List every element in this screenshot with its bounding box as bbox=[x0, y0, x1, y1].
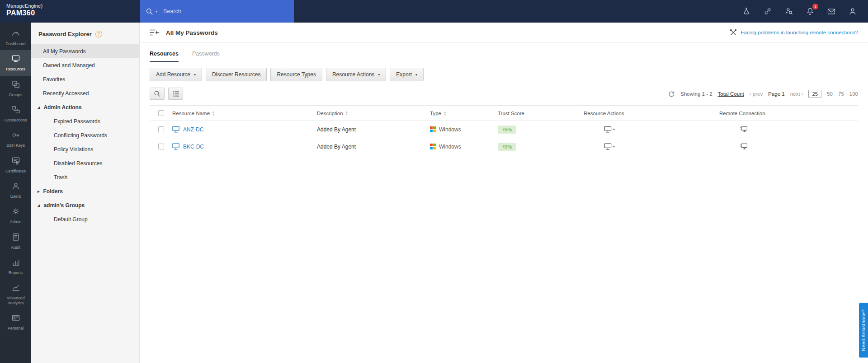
sidebar-item-label: Connections bbox=[4, 118, 27, 122]
table-row: ANZ-DC Added By Agent Windows 75% bbox=[150, 121, 858, 138]
global-search[interactable] bbox=[140, 0, 294, 23]
tab-passwords[interactable]: Passwords bbox=[192, 51, 220, 62]
sidebar-item-groups[interactable]: Groups bbox=[0, 76, 31, 101]
remote-connection-launcher[interactable] bbox=[719, 126, 858, 133]
windows-logo-icon bbox=[430, 126, 436, 132]
search-input[interactable] bbox=[163, 8, 288, 14]
page-size-25[interactable]: 25 bbox=[808, 90, 821, 98]
sidebar-item-advanced-analytics[interactable]: Advanced Analytics bbox=[0, 279, 31, 309]
topbar: ManageEngine) PAM360 1 bbox=[0, 0, 868, 23]
sidebar-item-label: Certificates bbox=[5, 169, 26, 173]
column-description: Description bbox=[317, 111, 430, 116]
explorer-item-recently-accessed[interactable]: Recently Accessed bbox=[31, 86, 139, 100]
explorer-item-favorites[interactable]: Favorites bbox=[31, 72, 139, 86]
sort-icon[interactable] bbox=[443, 111, 446, 116]
refresh-icon[interactable] bbox=[668, 90, 675, 97]
sidebar-item-label: Dashboard bbox=[5, 42, 25, 46]
profile-icon[interactable] bbox=[848, 7, 857, 16]
sidebar-item-admin[interactable]: Admin bbox=[0, 203, 31, 228]
remote-connection-icon bbox=[740, 126, 748, 133]
explorer-item-expired-passwords[interactable]: Expired Passwords bbox=[31, 114, 139, 128]
row-checkbox[interactable] bbox=[158, 126, 164, 132]
sidebar-item-label: Resources bbox=[6, 67, 25, 71]
notification-badge: 1 bbox=[812, 4, 818, 9]
explorer-item-conflicting-passwords[interactable]: Conflicting Passwords bbox=[31, 128, 139, 142]
resource-actions-menu[interactable] bbox=[584, 126, 719, 133]
resource-name-cell: BKC-DC bbox=[172, 143, 317, 150]
whats-new-icon[interactable] bbox=[742, 7, 751, 16]
connections-icon bbox=[11, 105, 20, 116]
explorer-section-folders[interactable]: Folders bbox=[31, 184, 139, 198]
sidebar-item-resources[interactable]: Resources bbox=[0, 50, 31, 75]
prev-page-button[interactable]: ‹ prev bbox=[750, 91, 763, 97]
explorer-section-admins-groups[interactable]: admin's Groups bbox=[31, 198, 139, 212]
next-page-button[interactable]: next › bbox=[790, 91, 803, 97]
sidebar-item-personal[interactable]: Personal bbox=[0, 309, 31, 335]
sidebar-item-connections[interactable]: Connections bbox=[0, 101, 31, 126]
add-resource-button[interactable]: Add Resource bbox=[150, 68, 202, 81]
quick-links-icon[interactable] bbox=[763, 7, 772, 16]
column-trust-score: Trust Score bbox=[498, 111, 584, 116]
sidebar-item-reports[interactable]: Reports bbox=[0, 254, 31, 279]
notifications-bell-icon[interactable]: 1 bbox=[806, 7, 815, 16]
resource-actions-menu[interactable] bbox=[584, 143, 719, 150]
mail-icon[interactable] bbox=[827, 7, 836, 16]
windows-logo-icon bbox=[430, 144, 436, 149]
search-icon bbox=[146, 8, 153, 15]
discover-resources-button[interactable]: Discover Resources bbox=[206, 68, 267, 81]
help-icon[interactable]: ? bbox=[95, 31, 102, 37]
page-size-100[interactable]: 100 bbox=[849, 91, 858, 97]
row-checkbox[interactable] bbox=[158, 144, 164, 149]
monitor-icon bbox=[172, 126, 179, 133]
tab-resources[interactable]: Resources bbox=[150, 51, 179, 62]
column-type: Type bbox=[430, 111, 498, 116]
type-cell: Windows bbox=[430, 126, 498, 133]
explorer-item-owned-and-managed[interactable]: Owned and Managed bbox=[31, 58, 139, 72]
sidebar-item-ssh-keys[interactable]: SSH Keys bbox=[0, 126, 31, 152]
explorer-item-default-group[interactable]: Default Group bbox=[31, 212, 139, 226]
sidebar-item-label: Reports bbox=[9, 270, 23, 275]
sort-icon[interactable] bbox=[212, 111, 215, 116]
resource-name-link[interactable]: BKC-DC bbox=[183, 144, 204, 150]
sidebar-item-users[interactable]: Users bbox=[0, 177, 31, 203]
select-all-checkbox[interactable] bbox=[158, 110, 164, 116]
sidebar-item-dashboard[interactable]: Dashboard bbox=[0, 25, 31, 50]
explorer-item-all-my-passwords[interactable]: All My Passwords bbox=[31, 44, 139, 58]
resource-name-cell: ANZ-DC bbox=[172, 126, 317, 133]
resource-name-link[interactable]: ANZ-DC bbox=[183, 126, 203, 133]
page-header: All My Passwords Facing problems in laun… bbox=[140, 23, 868, 43]
remote-connection-help[interactable]: Facing problems in launching remote conn… bbox=[730, 29, 858, 36]
resource-types-button[interactable]: Resource Types bbox=[270, 68, 322, 81]
list-view-icon bbox=[172, 91, 179, 97]
user-search-icon[interactable] bbox=[784, 7, 793, 16]
sidebar-item-label: Users bbox=[10, 194, 21, 199]
sidebar-collapse-icon[interactable] bbox=[150, 29, 159, 36]
remote-connection-launcher[interactable] bbox=[719, 143, 858, 150]
explorer-item-trash[interactable]: Trash bbox=[31, 170, 139, 184]
monitor-actions-icon bbox=[604, 126, 612, 133]
column-resource-actions: Resource Actions bbox=[584, 111, 719, 116]
column-chooser-button[interactable] bbox=[168, 88, 183, 100]
total-count-link[interactable]: Total Count bbox=[718, 91, 744, 97]
password-explorer-sidebar: Password Explorer ? All My Passwords Own… bbox=[31, 23, 140, 363]
explorer-section-admin-actions[interactable]: Admin Actions bbox=[31, 100, 139, 114]
explorer-item-disabled-resources[interactable]: Disabled Resources bbox=[31, 156, 139, 170]
sidebar-item-audit[interactable]: Audit bbox=[0, 228, 31, 254]
page-size-50[interactable]: 50 bbox=[827, 91, 833, 97]
page-indicator: Page 1 bbox=[768, 91, 784, 97]
table-search-button[interactable] bbox=[150, 88, 165, 100]
page-size-75[interactable]: 75 bbox=[838, 91, 844, 97]
sort-icon[interactable] bbox=[345, 111, 348, 116]
sidebar-item-label: SSH Keys bbox=[6, 143, 25, 148]
explorer-item-policy-violations[interactable]: Policy Violations bbox=[31, 142, 139, 156]
reports-icon bbox=[11, 258, 20, 269]
search-scope-caret-icon[interactable] bbox=[156, 9, 157, 14]
help-link-text[interactable]: Facing problems in launching remote conn… bbox=[741, 30, 858, 35]
need-assistance-tab[interactable]: Need Assistance? bbox=[859, 303, 868, 358]
export-button[interactable]: Export bbox=[390, 68, 424, 81]
resource-actions-button[interactable]: Resource Actions bbox=[326, 68, 386, 81]
monitor-icon bbox=[172, 143, 179, 150]
sidebar-item-label: Groups bbox=[9, 93, 23, 97]
explorer-header: Password Explorer ? bbox=[31, 23, 139, 44]
sidebar-item-certificates[interactable]: Certificates bbox=[0, 152, 31, 177]
